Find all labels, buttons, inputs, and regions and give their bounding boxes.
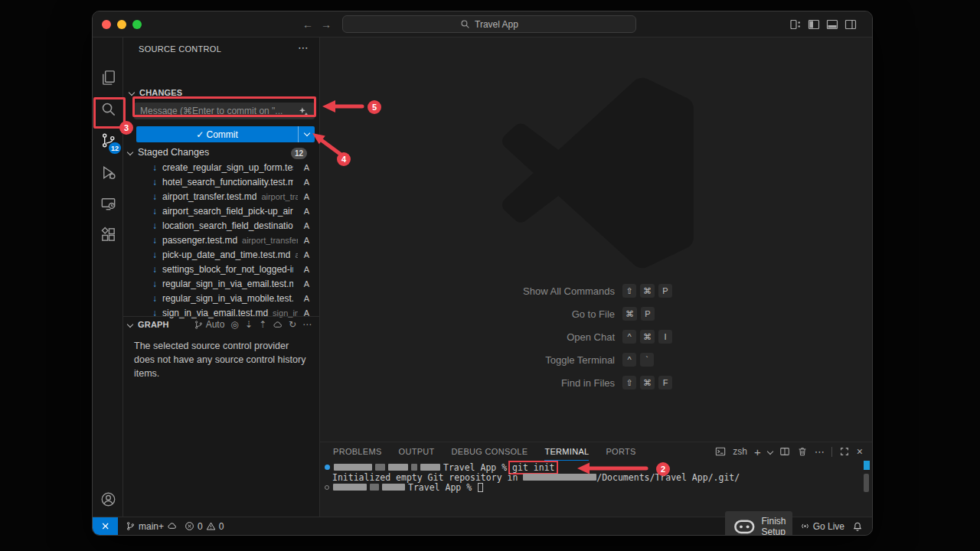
problems-status-item[interactable]: 0 0 (185, 521, 224, 532)
error-icon (185, 521, 194, 531)
git-status-added: A (304, 294, 309, 303)
staged-file-icon: ↓ (152, 177, 162, 187)
terminal-scrollbar[interactable] (864, 474, 869, 492)
finish-setup-item[interactable]: Finish Setup (725, 511, 792, 536)
search-icon (460, 19, 470, 29)
nav-back-icon[interactable]: ← (302, 18, 313, 31)
accounts-icon[interactable] (93, 484, 123, 514)
kill-terminal-icon[interactable] (797, 446, 808, 457)
command-center-search[interactable]: Travel App (342, 15, 636, 33)
shortcut-row: Open Chat ^⌘I (320, 325, 873, 348)
panel-more-icon[interactable]: ⋯ (815, 446, 825, 458)
toggle-secondary-sidebar-icon[interactable] (844, 18, 857, 31)
redacted-text (334, 464, 372, 471)
chevron-down-icon (127, 321, 133, 328)
bottom-panel: PROBLEMS OUTPUT DEBUG CONSOLE TERMINAL P… (320, 442, 873, 518)
staged-file-row[interactable]: ↓hotel_search_functionality.test.mdA (123, 174, 320, 189)
toggle-primary-sidebar-icon[interactable] (808, 18, 820, 31)
terminal-output: /Documents/Travel App/.git/ (596, 472, 740, 483)
tab-debug-console[interactable]: DEBUG CONSOLE (452, 443, 528, 460)
search-view-icon[interactable] (93, 93, 123, 124)
key-shift: ⇧ (622, 284, 636, 298)
remote-explorer-icon[interactable] (93, 188, 123, 219)
staged-count-badge: 12 (291, 148, 307, 159)
staged-changes-label: Staged Changes (138, 147, 209, 158)
minimize-window-button[interactable] (117, 20, 126, 29)
commit-button-label: Commit (207, 129, 238, 140)
customize-layout-icon[interactable] (789, 18, 802, 31)
graph-more-icon[interactable]: ⋯ (302, 319, 312, 330)
git-status-added: A (304, 163, 309, 172)
explorer-icon[interactable] (93, 62, 123, 93)
changes-section-header[interactable]: CHANGES (129, 88, 182, 97)
tab-ports[interactable]: PORTS (606, 443, 635, 460)
error-count: 0 (198, 521, 203, 532)
sparkle-icon[interactable] (299, 106, 309, 116)
git-status-added: A (304, 221, 309, 230)
staged-file-row[interactable]: ↓create_regular_sign_up_form.test.mdA (123, 160, 320, 174)
command-decoration-icon[interactable] (325, 485, 329, 490)
branch-status-item[interactable]: main+ (126, 521, 177, 532)
nav-forward-icon[interactable]: → (321, 18, 332, 31)
staged-file-row[interactable]: ↓passenger.test.mdairport_transfer_s...A (123, 233, 320, 247)
key-ctrl: ^ (622, 330, 636, 344)
target-icon[interactable]: ◎ (230, 319, 238, 330)
terminal-prompt: Travel App % (408, 482, 472, 493)
fetch-icon[interactable]: ⇣ (245, 319, 253, 330)
sidebar-more-icon[interactable]: ⋯ (298, 41, 309, 54)
zoom-window-button[interactable] (132, 20, 142, 29)
terminal-cursor (478, 483, 483, 492)
staged-file-icon: ↓ (152, 162, 162, 173)
tab-output[interactable]: OUTPUT (399, 443, 435, 460)
staged-file-row[interactable]: ↓regular_sign_in_via_mobile.test.md...A (123, 291, 320, 305)
redacted-text (420, 464, 440, 471)
split-terminal-icon[interactable] (779, 446, 790, 457)
key-backtick: ` (640, 353, 654, 367)
key-p: P (658, 284, 672, 298)
commit-button[interactable]: ✓ Commit (136, 126, 315, 142)
tab-terminal[interactable]: TERMINAL (544, 443, 589, 461)
warning-icon (206, 521, 216, 531)
staged-file-icon: ↓ (152, 249, 162, 260)
refresh-icon[interactable]: ↻ (289, 319, 296, 330)
terminal-dropdown-icon[interactable] (767, 448, 773, 455)
staged-file-icon: ↓ (152, 235, 162, 246)
staged-file-row[interactable]: ↓airport_transfer.test.mdairport_trans..… (123, 189, 320, 204)
staged-file-row[interactable]: ↓location_search_field_destination_l...A (123, 218, 320, 233)
command-decoration-success-icon[interactable] (325, 465, 330, 470)
staged-file-row[interactable]: ↓sign_in_via_email.test.mdsign_in_fo...A (123, 305, 320, 320)
source-control-icon[interactable]: 12 (93, 125, 123, 155)
remote-indicator[interactable] (93, 517, 118, 536)
close-window-button[interactable] (102, 20, 111, 29)
staged-changes-header[interactable]: Staged Changes (128, 147, 315, 158)
publish-cloud-icon (167, 521, 177, 531)
tab-problems[interactable]: PROBLEMS (333, 443, 382, 460)
staged-file-row[interactable]: ↓airport_search_field_pick-up_airpor...A (123, 204, 320, 218)
staged-file-row[interactable]: ↓pick-up_date_and_time.test.mdairp...A (123, 247, 320, 262)
go-live-item[interactable]: Go Live (800, 521, 844, 532)
shortcut-row: Go to File ⌘P (320, 302, 873, 325)
commit-message-input[interactable]: Message (⌘Enter to commit on "... (134, 103, 315, 119)
terminal-prompt: Travel App % (443, 462, 507, 473)
key-ctrl: ^ (622, 353, 636, 367)
run-debug-icon[interactable] (93, 157, 123, 187)
vscode-window: ← → Travel App (92, 11, 873, 536)
staged-file-row[interactable]: ↓regular_sign_in_via_email.test.mdsi...A (123, 276, 320, 291)
extensions-icon[interactable] (93, 219, 123, 249)
maximize-panel-icon[interactable] (839, 446, 850, 457)
toggle-panel-icon[interactable] (826, 18, 838, 31)
new-terminal-icon[interactable]: + (754, 445, 761, 458)
staged-file-icon: ↓ (152, 191, 162, 202)
redacted-text (388, 464, 408, 471)
close-panel-icon[interactable]: × (857, 445, 863, 458)
push-icon[interactable]: ⇡ (259, 319, 266, 330)
terminal-content[interactable]: Travel App % git init Initialized empty … (320, 462, 860, 492)
commit-dropdown-button[interactable] (298, 126, 315, 142)
staged-file-row[interactable]: ↓settings_block_for_not_logged-in_u...A (123, 262, 320, 276)
cloud-icon[interactable] (273, 320, 283, 330)
bell-icon[interactable] (852, 521, 863, 532)
shortcut-row: Toggle Terminal ^` (320, 348, 873, 371)
key-cmd: ⌘ (622, 307, 637, 321)
graph-auto-toggle[interactable]: Auto (194, 319, 225, 330)
staged-file-icon: ↓ (152, 279, 162, 289)
